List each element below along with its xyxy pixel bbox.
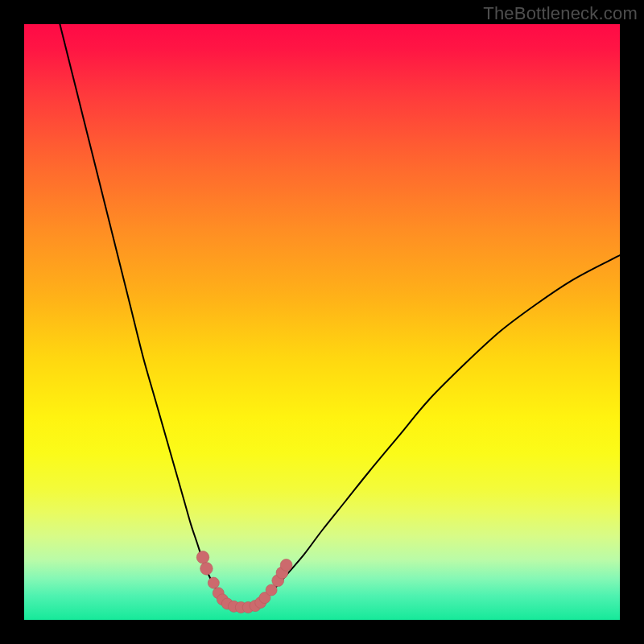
chart-svg — [24, 24, 620, 620]
data-marker — [280, 559, 292, 572]
watermark-text: TheBottleneck.com — [483, 3, 638, 24]
curve-left-branch — [60, 24, 233, 606]
chart-frame: TheBottleneck.com — [0, 0, 644, 644]
plot-area — [24, 24, 620, 620]
data-marker — [208, 577, 219, 588]
curve-right-branch — [257, 255, 620, 605]
data-marker — [200, 563, 213, 576]
marker-group — [196, 551, 292, 613]
data-marker — [196, 551, 209, 564]
